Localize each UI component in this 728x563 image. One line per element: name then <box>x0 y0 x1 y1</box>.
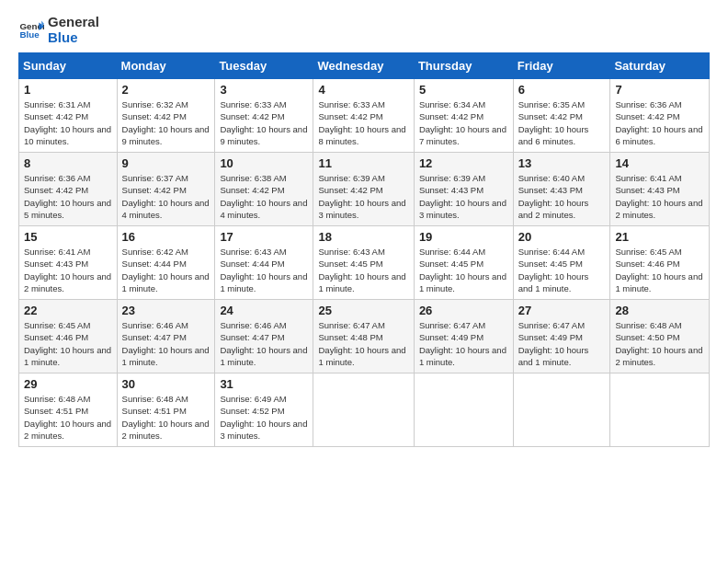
calendar-cell <box>414 373 513 447</box>
calendar-header-row: SundayMondayTuesdayWednesdayThursdayFrid… <box>19 53 710 79</box>
day-info: Sunrise: 6:40 AMSunset: 4:43 PMDaylight:… <box>518 172 606 221</box>
calendar-body: 1Sunrise: 6:31 AMSunset: 4:42 PMDaylight… <box>19 79 710 447</box>
weekday-header: Monday <box>117 53 215 79</box>
weekday-header: Wednesday <box>313 53 414 79</box>
calendar-cell: 27Sunrise: 6:47 AMSunset: 4:49 PMDayligh… <box>513 300 610 373</box>
day-number: 13 <box>518 156 606 170</box>
calendar-cell: 4Sunrise: 6:33 AMSunset: 4:42 PMDaylight… <box>313 79 414 153</box>
calendar-cell <box>313 373 414 447</box>
calendar-cell: 17Sunrise: 6:43 AMSunset: 4:44 PMDayligh… <box>215 226 313 300</box>
day-number: 16 <box>122 230 210 244</box>
day-number: 26 <box>419 304 508 317</box>
day-number: 14 <box>615 156 704 170</box>
calendar-week-row: 22Sunrise: 6:45 AMSunset: 4:46 PMDayligh… <box>19 300 710 373</box>
day-number: 9 <box>122 156 210 170</box>
calendar-cell: 18Sunrise: 6:43 AMSunset: 4:45 PMDayligh… <box>313 226 414 300</box>
day-number: 27 <box>518 304 606 317</box>
calendar-week-row: 29Sunrise: 6:48 AMSunset: 4:51 PMDayligh… <box>19 373 710 447</box>
day-info: Sunrise: 6:42 AMSunset: 4:44 PMDaylight:… <box>122 246 210 294</box>
day-number: 10 <box>220 156 308 170</box>
calendar-cell: 29Sunrise: 6:48 AMSunset: 4:51 PMDayligh… <box>19 373 118 447</box>
day-info: Sunrise: 6:44 AMSunset: 4:45 PMDaylight:… <box>518 246 606 294</box>
day-info: Sunrise: 6:49 AMSunset: 4:52 PMDaylight:… <box>220 393 308 442</box>
day-info: Sunrise: 6:47 AMSunset: 4:48 PMDaylight:… <box>318 319 408 368</box>
day-number: 17 <box>220 230 308 244</box>
day-number: 1 <box>24 83 112 97</box>
logo: General Blue General Blue <box>18 15 99 45</box>
day-number: 5 <box>419 83 508 97</box>
calendar-page: General Blue General Blue SundayMondayTu… <box>0 0 728 563</box>
day-info: Sunrise: 6:38 AMSunset: 4:42 PMDaylight:… <box>220 172 308 221</box>
calendar-cell: 9Sunrise: 6:37 AMSunset: 4:42 PMDaylight… <box>117 153 215 226</box>
calendar-cell: 20Sunrise: 6:44 AMSunset: 4:45 PMDayligh… <box>513 226 610 300</box>
day-info: Sunrise: 6:43 AMSunset: 4:44 PMDaylight:… <box>220 246 308 294</box>
day-info: Sunrise: 6:31 AMSunset: 4:42 PMDaylight:… <box>24 98 112 147</box>
day-number: 6 <box>518 83 606 97</box>
calendar-cell: 2Sunrise: 6:32 AMSunset: 4:42 PMDaylight… <box>117 79 215 153</box>
day-number: 24 <box>220 304 308 317</box>
svg-text:Blue: Blue <box>19 29 40 40</box>
day-number: 4 <box>318 83 408 97</box>
calendar-cell: 10Sunrise: 6:38 AMSunset: 4:42 PMDayligh… <box>215 153 313 226</box>
calendar-cell: 12Sunrise: 6:39 AMSunset: 4:43 PMDayligh… <box>414 153 513 226</box>
day-number: 8 <box>24 156 112 170</box>
day-number: 21 <box>615 230 704 244</box>
day-info: Sunrise: 6:47 AMSunset: 4:49 PMDaylight:… <box>518 319 606 368</box>
day-info: Sunrise: 6:48 AMSunset: 4:51 PMDaylight:… <box>24 393 112 442</box>
day-number: 23 <box>122 304 210 317</box>
day-info: Sunrise: 6:47 AMSunset: 4:49 PMDaylight:… <box>419 319 508 368</box>
day-number: 2 <box>122 83 210 97</box>
calendar-table: SundayMondayTuesdayWednesdayThursdayFrid… <box>18 52 710 447</box>
day-info: Sunrise: 6:41 AMSunset: 4:43 PMDaylight:… <box>615 172 704 221</box>
day-number: 18 <box>318 230 408 244</box>
day-info: Sunrise: 6:39 AMSunset: 4:43 PMDaylight:… <box>419 172 508 221</box>
weekday-header: Saturday <box>610 53 710 79</box>
weekday-header: Thursday <box>414 53 513 79</box>
calendar-cell: 26Sunrise: 6:47 AMSunset: 4:49 PMDayligh… <box>414 300 513 373</box>
calendar-cell: 22Sunrise: 6:45 AMSunset: 4:46 PMDayligh… <box>19 300 118 373</box>
calendar-cell: 13Sunrise: 6:40 AMSunset: 4:43 PMDayligh… <box>513 153 610 226</box>
calendar-cell: 5Sunrise: 6:34 AMSunset: 4:42 PMDaylight… <box>414 79 513 153</box>
day-info: Sunrise: 6:45 AMSunset: 4:46 PMDaylight:… <box>24 319 112 368</box>
day-info: Sunrise: 6:48 AMSunset: 4:50 PMDaylight:… <box>615 319 704 368</box>
calendar-cell: 25Sunrise: 6:47 AMSunset: 4:48 PMDayligh… <box>313 300 414 373</box>
day-info: Sunrise: 6:37 AMSunset: 4:42 PMDaylight:… <box>122 172 210 221</box>
calendar-cell: 6Sunrise: 6:35 AMSunset: 4:42 PMDaylight… <box>513 79 610 153</box>
day-number: 31 <box>220 377 308 391</box>
calendar-cell: 3Sunrise: 6:33 AMSunset: 4:42 PMDaylight… <box>215 79 313 153</box>
day-number: 12 <box>419 156 508 170</box>
calendar-cell <box>513 373 610 447</box>
day-info: Sunrise: 6:39 AMSunset: 4:42 PMDaylight:… <box>318 172 408 221</box>
calendar-week-row: 1Sunrise: 6:31 AMSunset: 4:42 PMDaylight… <box>19 79 710 153</box>
calendar-cell: 11Sunrise: 6:39 AMSunset: 4:42 PMDayligh… <box>313 153 414 226</box>
day-info: Sunrise: 6:43 AMSunset: 4:45 PMDaylight:… <box>318 246 408 294</box>
day-info: Sunrise: 6:45 AMSunset: 4:46 PMDaylight:… <box>615 246 704 294</box>
day-number: 3 <box>220 83 308 97</box>
day-info: Sunrise: 6:41 AMSunset: 4:43 PMDaylight:… <box>24 246 112 294</box>
calendar-cell: 1Sunrise: 6:31 AMSunset: 4:42 PMDaylight… <box>19 79 118 153</box>
calendar-cell <box>610 373 710 447</box>
calendar-cell: 19Sunrise: 6:44 AMSunset: 4:45 PMDayligh… <box>414 226 513 300</box>
day-info: Sunrise: 6:32 AMSunset: 4:42 PMDaylight:… <box>122 98 210 147</box>
day-info: Sunrise: 6:34 AMSunset: 4:42 PMDaylight:… <box>419 98 508 147</box>
calendar-cell: 30Sunrise: 6:48 AMSunset: 4:51 PMDayligh… <box>117 373 215 447</box>
calendar-cell: 14Sunrise: 6:41 AMSunset: 4:43 PMDayligh… <box>610 153 710 226</box>
day-info: Sunrise: 6:36 AMSunset: 4:42 PMDaylight:… <box>615 98 704 147</box>
day-info: Sunrise: 6:33 AMSunset: 4:42 PMDaylight:… <box>318 98 408 147</box>
calendar-week-row: 8Sunrise: 6:36 AMSunset: 4:42 PMDaylight… <box>19 153 710 226</box>
logo-line2: Blue <box>48 30 99 46</box>
calendar-cell: 7Sunrise: 6:36 AMSunset: 4:42 PMDaylight… <box>610 79 710 153</box>
day-number: 30 <box>122 377 210 391</box>
weekday-header: Friday <box>513 53 610 79</box>
day-info: Sunrise: 6:48 AMSunset: 4:51 PMDaylight:… <box>122 393 210 442</box>
day-number: 15 <box>24 230 112 244</box>
day-info: Sunrise: 6:46 AMSunset: 4:47 PMDaylight:… <box>122 319 210 368</box>
day-number: 25 <box>318 304 408 317</box>
calendar-cell: 23Sunrise: 6:46 AMSunset: 4:47 PMDayligh… <box>117 300 215 373</box>
calendar-cell: 28Sunrise: 6:48 AMSunset: 4:50 PMDayligh… <box>610 300 710 373</box>
calendar-cell: 31Sunrise: 6:49 AMSunset: 4:52 PMDayligh… <box>215 373 313 447</box>
logo-icon: General Blue <box>18 17 44 43</box>
logo-line1: General <box>48 15 99 30</box>
calendar-cell: 16Sunrise: 6:42 AMSunset: 4:44 PMDayligh… <box>117 226 215 300</box>
calendar-week-row: 15Sunrise: 6:41 AMSunset: 4:43 PMDayligh… <box>19 226 710 300</box>
